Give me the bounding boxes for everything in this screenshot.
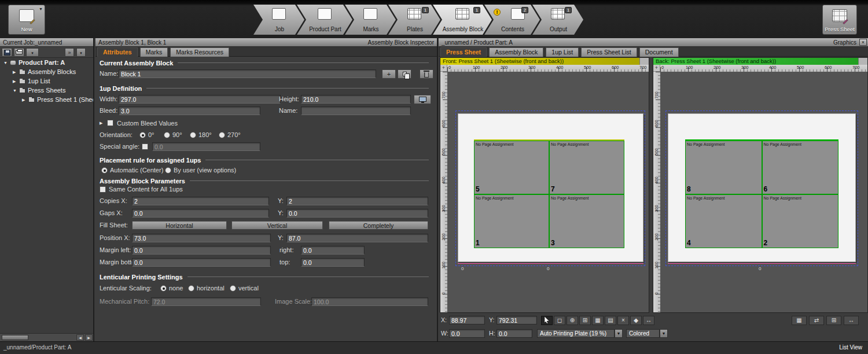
tab-attributes[interactable]: Attributes <box>97 47 138 57</box>
save-button[interactable] <box>2 48 12 57</box>
new-dropdown-caret-icon[interactable]: ▼ <box>39 7 43 11</box>
zoom-area-tool[interactable]: ⊞ <box>579 316 591 325</box>
frame-select-tool[interactable]: ◻ <box>554 316 565 325</box>
margin-right-field[interactable]: 0.0 <box>301 246 365 255</box>
tree-item-press-sheets[interactable]: ▼Press Sheets <box>0 86 93 95</box>
fill-completely-button[interactable]: Completely <box>329 221 428 230</box>
color-mode-dropdown[interactable]: Colored <box>626 329 660 338</box>
swap-sides-button[interactable]: ⇄ <box>809 316 824 325</box>
scroll-right-arrow-icon[interactable]: ▶ <box>85 334 93 341</box>
orientation-90-radio[interactable] <box>164 132 170 138</box>
placement-by-user-radio[interactable] <box>165 167 171 174</box>
view-dropdown[interactable]: ▼ <box>26 48 39 57</box>
fit-view-button[interactable]: ↔ <box>844 316 859 325</box>
step-output[interactable]: 1 Output <box>532 5 583 35</box>
duplicate-block-button[interactable] <box>398 69 411 79</box>
step-contents[interactable]: ! 2 Contents <box>484 5 540 35</box>
margin-left-field[interactable]: 0.0 <box>132 246 271 255</box>
copies-y-field[interactable]: 2 <box>286 197 428 205</box>
custom-bleed-expander-icon[interactable]: ▶ <box>100 121 102 126</box>
oneup-name-field[interactable] <box>301 106 411 115</box>
front-1up-cell[interactable]: No Page Assignment 7 <box>549 141 624 194</box>
margin-top-field[interactable]: 0.0 <box>301 258 365 267</box>
plate-dropdown-caret-icon[interactable]: ▼ <box>615 329 623 338</box>
print-button[interactable] <box>14 48 24 57</box>
expander-open-icon[interactable]: ▼ <box>13 86 19 95</box>
tab-press-sheet[interactable]: Press Sheet <box>440 47 487 57</box>
cut-tool[interactable]: × <box>617 316 629 325</box>
pointer-tool[interactable] <box>541 316 553 325</box>
back-1up-cell[interactable]: No Page Assignment 6 <box>762 141 839 194</box>
view-options-button[interactable] <box>414 95 431 104</box>
expand-all-button[interactable]: » <box>65 48 74 57</box>
add-block-button[interactable]: + <box>382 69 396 79</box>
snap-button[interactable]: ⊞ <box>826 316 841 325</box>
fill-vertical-button[interactable]: Vertical <box>231 221 323 230</box>
expander-closed-icon[interactable]: ▶ <box>13 68 19 77</box>
margin-bottom-field[interactable]: 0.0 <box>132 258 271 267</box>
placement-automatic-radio[interactable] <box>101 167 108 174</box>
tree-item-assembly-blocks[interactable]: ▶Assembly Blocks <box>0 67 93 76</box>
cursor-y-field[interactable]: 792.31 <box>496 316 537 325</box>
orientation-180-radio[interactable] <box>190 132 196 138</box>
expander-closed-icon[interactable]: ▶ <box>22 95 28 105</box>
status-right-text[interactable]: List View <box>839 344 862 351</box>
close-icon[interactable]: × <box>859 39 867 46</box>
tab-press-sheet-list[interactable]: Press Sheet List <box>581 47 637 57</box>
expander-closed-icon[interactable]: ▶ <box>13 77 19 86</box>
tree-item-product-part[interactable]: ▼Product Part: A <box>0 58 93 67</box>
tree-item-1up-list[interactable]: ▶1up List <box>0 76 93 86</box>
back-canvas[interactable]: No Page Assignment 8 No Page Assignment … <box>660 72 867 312</box>
step-job[interactable]: Job <box>253 5 304 35</box>
step-plates[interactable]: 1 Plates <box>388 5 440 35</box>
tab-assembly-block[interactable]: Assembly Block <box>489 47 543 57</box>
step-product-part[interactable]: Product Part <box>297 5 352 35</box>
collapse-button[interactable]: ▼ <box>76 48 86 57</box>
measure-tool[interactable]: ↔ <box>643 316 654 325</box>
copies-x-field[interactable]: 2 <box>132 197 269 205</box>
position-y-field[interactable]: 87.0 <box>286 234 428 242</box>
press-sheet-button[interactable]: Press Sheet <box>822 5 857 35</box>
new-button[interactable]: ▼ New <box>8 5 45 35</box>
tab-1up-list[interactable]: 1up List <box>546 47 579 57</box>
lenticular-horizontal-radio[interactable] <box>188 285 194 292</box>
back-1up-cell[interactable]: No Page Assignment 2 <box>762 194 839 248</box>
back-1up-cell[interactable]: No Page Assignment 4 <box>685 194 762 248</box>
zoom-tool[interactable]: ⊕ <box>567 316 578 325</box>
bleed-field[interactable]: 3.0 <box>119 106 260 115</box>
special-angle-field[interactable]: 0.0 <box>152 142 260 151</box>
orientation-0-radio[interactable] <box>139 132 146 138</box>
delete-block-button[interactable] <box>420 69 433 79</box>
front-1up-cell[interactable]: No Page Assignment 3 <box>549 194 624 248</box>
width-field[interactable]: 297.0 <box>119 95 281 104</box>
eyedropper-tool[interactable]: ◆ <box>630 316 642 325</box>
front-1up-cell[interactable]: No Page Assignment 1 <box>474 194 549 248</box>
position-x-field[interactable]: 73.0 <box>132 234 271 242</box>
gaps-x-field[interactable]: 0.0 <box>132 209 269 217</box>
special-angle-checkbox[interactable] <box>142 143 148 150</box>
custom-bleed-checkbox[interactable] <box>107 120 113 126</box>
front-canvas[interactable]: No Page Assignment 5 No Page Assignment … <box>447 72 649 312</box>
plate-view-dropdown[interactable]: Auto Printing Plate (19 %) <box>537 329 615 338</box>
lenticular-none-radio[interactable] <box>160 285 167 292</box>
grid-view-tool[interactable]: ▦ <box>592 316 604 325</box>
back-1up-cell[interactable]: No Page Assignment 8 <box>685 141 762 194</box>
block-name-field[interactable]: Block 1 <box>119 69 376 78</box>
tab-marks-resources[interactable]: Marks Resources <box>170 47 229 57</box>
height-field[interactable]: 210.0 <box>301 95 411 104</box>
sidebar-horizontal-scrollbar[interactable]: ◀ ▶ <box>0 333 93 341</box>
pages-view-tool[interactable]: ▤ <box>605 316 616 325</box>
color-dropdown-caret-icon[interactable]: ▼ <box>660 329 668 338</box>
orientation-270-radio[interactable] <box>219 132 225 138</box>
fill-horizontal-button[interactable]: Horizontal <box>132 221 227 230</box>
step-marks[interactable]: Marks <box>345 5 396 35</box>
selection-height-field[interactable]: 0.0 <box>496 329 532 338</box>
cursor-x-field[interactable]: 88.97 <box>449 316 485 325</box>
front-1up-cell[interactable]: No Page Assignment 5 <box>474 141 549 194</box>
lenticular-vertical-radio[interactable] <box>230 285 236 292</box>
step-assembly-block[interactable]: 1 Assembly Block <box>433 5 492 35</box>
scroll-left-arrow-icon[interactable]: ◀ <box>76 334 84 341</box>
same-content-checkbox[interactable] <box>100 186 106 193</box>
expander-open-icon[interactable]: ▼ <box>3 58 9 68</box>
tree-item-press-sheet-1[interactable]: ▶Press Sheet 1 (Sheetwise <box>0 95 93 104</box>
